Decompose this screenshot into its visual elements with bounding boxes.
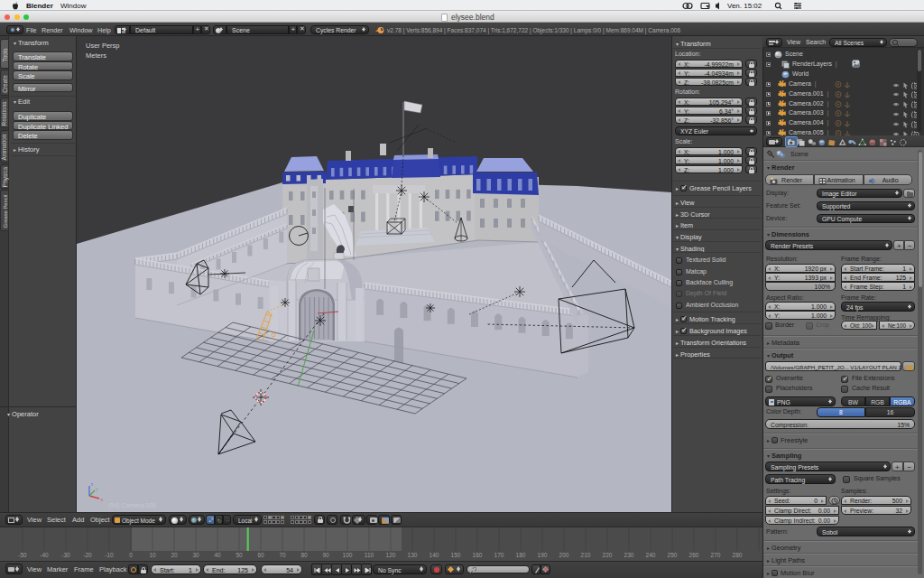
svg-text:-30: -30 bbox=[61, 552, 70, 558]
svg-text:210: 210 bbox=[581, 552, 591, 558]
svg-text:260: 260 bbox=[689, 552, 699, 558]
svg-text:240: 240 bbox=[646, 552, 656, 558]
svg-text:220: 220 bbox=[603, 552, 613, 558]
svg-text:x: x bbox=[101, 497, 104, 502]
svg-text:-10: -10 bbox=[105, 552, 114, 558]
svg-text:120: 120 bbox=[386, 552, 396, 558]
svg-text:Meters: Meters bbox=[86, 51, 106, 60]
svg-text:0: 0 bbox=[129, 552, 133, 558]
svg-text:140: 140 bbox=[430, 552, 439, 558]
svg-text:110: 110 bbox=[365, 552, 374, 558]
svg-text:250: 250 bbox=[668, 552, 678, 558]
svg-text:-40: -40 bbox=[40, 552, 49, 558]
svg-text:230: 230 bbox=[624, 552, 634, 558]
svg-text:180: 180 bbox=[516, 552, 526, 558]
svg-text:90: 90 bbox=[322, 552, 329, 558]
svg-text:150: 150 bbox=[451, 552, 461, 558]
svg-text:y: y bbox=[96, 486, 98, 491]
svg-text:280: 280 bbox=[733, 552, 743, 558]
svg-text:200: 200 bbox=[559, 552, 569, 558]
svg-text:170: 170 bbox=[494, 552, 504, 558]
svg-text:10: 10 bbox=[149, 552, 156, 558]
svg-text:50: 50 bbox=[236, 552, 243, 558]
svg-text:160: 160 bbox=[473, 552, 483, 558]
svg-text:80: 80 bbox=[300, 552, 308, 558]
svg-text:(54) Camera.006: (54) Camera.006 bbox=[108, 502, 156, 509]
svg-text:User Persp: User Persp bbox=[86, 42, 120, 50]
svg-text:60: 60 bbox=[257, 552, 264, 558]
svg-text:270: 270 bbox=[711, 552, 721, 558]
svg-text:-20: -20 bbox=[83, 552, 92, 558]
svg-text:30: 30 bbox=[192, 552, 199, 558]
svg-text:100: 100 bbox=[343, 552, 353, 558]
svg-text:40: 40 bbox=[214, 552, 221, 558]
svg-text:70: 70 bbox=[279, 552, 286, 558]
svg-text:-50: -50 bbox=[18, 552, 27, 558]
svg-text:190: 190 bbox=[538, 552, 548, 558]
svg-text:130: 130 bbox=[408, 552, 418, 558]
svg-text:20: 20 bbox=[171, 552, 178, 558]
svg-text:z: z bbox=[91, 481, 94, 487]
